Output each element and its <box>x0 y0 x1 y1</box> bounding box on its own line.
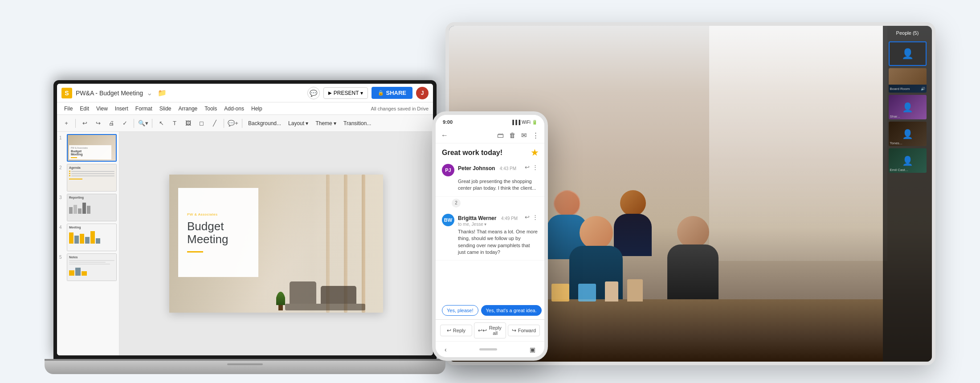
avatar-5-name: Emil Cast... <box>890 168 908 172</box>
people-avatar-3[interactable]: 👤 Shar... <box>889 95 927 119</box>
user-avatar[interactable]: J <box>416 87 429 99</box>
delete-icon[interactable]: 🗑 <box>509 131 516 139</box>
archive-icon[interactable]: 🗃 <box>497 131 504 139</box>
titlebar-controls: 💬 ▶ PRESENT ▾ 🔒 SHARE J <box>307 87 429 99</box>
save-status: All changes saved in Drive <box>371 106 429 111</box>
people-panel-header: People (5) <box>896 30 919 36</box>
status-icons: ▐▐▐ WiFi 🔋 <box>511 120 537 125</box>
msg-to-2: to me, Jesse ▾ <box>458 222 521 227</box>
slide-thumb-1[interactable]: 1 PW & Associates BudgetMeeting <box>59 134 117 162</box>
menu-edit[interactable]: Edit <box>77 105 92 113</box>
folder-icon[interactable]: 📁 <box>158 89 167 97</box>
email-messages-list[interactable]: PJ Peter Johnson 4:43 PM ↩ ⋮ Great job p… <box>436 159 544 302</box>
smart-reply-2[interactable]: Yes, that's a great idea. <box>481 305 542 316</box>
menu-tools[interactable]: Tools <box>202 105 220 113</box>
toolbar-background-btn[interactable]: Background... <box>245 118 284 129</box>
slides-titlebar: S PW&A - Budget Meeting ⌄ 📁 💬 ▶ PRESENT … <box>57 84 433 102</box>
phone-home-button[interactable] <box>479 348 497 350</box>
toolbar-layout-btn[interactable]: Layout ▾ <box>286 118 311 129</box>
toolbar-sep-1 <box>75 119 76 128</box>
smart-replies-bar: Yes, please! Yes, that's a great idea. I… <box>436 302 544 319</box>
menu-insert[interactable]: Insert <box>112 105 131 113</box>
toolbar-text-btn[interactable]: T <box>169 118 180 129</box>
slides-toolbar: + ↩ ↪ 🖨 ✓ 🔍▾ ↖ T 🖼 ◻ ╱ 💬+ <box>57 115 433 132</box>
wifi-icon: WiFi <box>522 120 531 125</box>
reply-quick-icon-2[interactable]: ↩ <box>525 214 530 220</box>
people-avatar-2[interactable]: Board Room 🔊 <box>889 68 927 93</box>
avatar-3-name: Shar... <box>890 114 900 118</box>
menu-help[interactable]: Help <box>249 105 265 113</box>
back-arrow-icon[interactable]: ← <box>441 131 448 139</box>
toolbar-zoom-btn[interactable]: 🔍▾ <box>137 118 149 129</box>
people-avatar-4[interactable]: 👤 Tones... <box>889 122 927 146</box>
menu-file[interactable]: File <box>61 105 75 113</box>
present-button[interactable]: ▶ PRESENT ▾ <box>323 87 368 99</box>
slide-canvas[interactable]: PW & Associates Budget Meeting <box>119 132 433 355</box>
toolbar-transition-btn[interactable]: Transition... <box>341 118 374 129</box>
phone-back-icon[interactable]: ‹ <box>445 346 447 353</box>
slide-thumb-5[interactable]: 5 Notes <box>59 253 117 281</box>
tablet-people-sidebar: People (5) 👤 Board Room 🔊 <box>883 26 932 362</box>
toolbar-add-btn[interactable]: + <box>61 118 72 129</box>
slide-thumb-4[interactable]: 4 Meeting <box>59 224 117 251</box>
more-msg-icon-2[interactable]: ⋮ <box>532 214 538 220</box>
more-msg-icon-1[interactable]: ⋮ <box>532 164 538 171</box>
slide-thumb-img-2[interactable]: Agenda <box>67 164 117 192</box>
toolbar-cursor-btn[interactable]: ↖ <box>155 118 167 129</box>
reply-all-button[interactable]: ↩↩ Reply all <box>474 322 506 338</box>
people-avatar-1[interactable]: 👤 <box>889 41 927 66</box>
phone-screen: 9:00 ▐▐▐ WiFi 🔋 ← 🗃 🗑 ✉ ⋮ <box>436 115 544 357</box>
phone-bottom-bar: ‹ ▣ <box>436 341 544 357</box>
play-icon: ▶ <box>328 90 332 95</box>
smart-reply-1[interactable]: Yes, please! <box>442 305 478 316</box>
share-button[interactable]: 🔒 SHARE <box>372 87 412 99</box>
email-message-1[interactable]: PJ Peter Johnson 4:43 PM ↩ ⋮ Great job p… <box>436 159 544 197</box>
menu-view[interactable]: View <box>94 105 110 113</box>
toolbar-image-btn[interactable]: 🖼 <box>182 118 194 129</box>
toolbar-redo-btn[interactable]: ↪ <box>92 118 104 129</box>
document-title[interactable]: PW&A - Budget Meeting <box>76 90 143 97</box>
toolbar-spellcheck-btn[interactable]: ✓ <box>119 118 131 129</box>
avatar-5-face: 👤 <box>902 155 913 166</box>
slide-thumb-img-1[interactable]: PW & Associates BudgetMeeting <box>67 134 117 162</box>
toolbar-theme-btn[interactable]: Theme ▾ <box>313 118 339 129</box>
menu-addons[interactable]: Add-ons <box>221 105 247 113</box>
toolbar-shapes-btn[interactable]: ◻ <box>196 118 207 129</box>
toolbar-comment-btn[interactable]: 💬+ <box>227 118 239 129</box>
toolbar-undo-btn[interactable]: ↩ <box>79 118 90 129</box>
reply-quick-icon-1[interactable]: ↩ <box>525 164 530 171</box>
board-room-icon: 🔊 <box>921 87 925 91</box>
reply-button[interactable]: ↩ Reply <box>440 325 472 336</box>
reply-icon: ↩ <box>447 327 451 334</box>
email-message-2[interactable]: BW Brigitta Werner 4:49 PM to me, Jesse … <box>436 209 544 261</box>
people-avatar-5[interactable]: 👤 Emil Cast... <box>889 148 927 173</box>
slide-thumb-3[interactable]: 3 Reporting <box>59 194 117 221</box>
collapsed-messages-indicator[interactable]: 2 <box>452 199 461 208</box>
laptop-screen: S PW&A - Budget Meeting ⌄ 📁 💬 ▶ PRESENT … <box>57 84 433 355</box>
chat-button[interactable]: 💬 <box>307 87 320 99</box>
star-icon[interactable]: ★ <box>531 148 538 158</box>
forward-button[interactable]: ↪ Forward <box>508 325 540 336</box>
menu-format[interactable]: Format <box>133 105 155 113</box>
msg-actions-2: ↩ ⋮ <box>525 214 538 220</box>
laptop-trackpad[interactable] <box>227 363 263 365</box>
email-icon[interactable]: ✉ <box>521 131 527 139</box>
slide-num-5: 5 <box>59 253 65 260</box>
email-header-actions: 🗃 🗑 ✉ ⋮ <box>497 131 539 139</box>
slide-thumb-img-3[interactable]: Reporting <box>67 194 117 221</box>
more-options-icon[interactable]: ⋮ <box>532 131 539 139</box>
slide-text-box: PW & Associates Budget Meeting <box>178 188 258 277</box>
avatar-2-label: Board Room <box>890 87 910 91</box>
slide-company-name: PW & Associates <box>187 212 249 216</box>
toolbar-print-btn[interactable]: 🖨 <box>106 118 117 129</box>
menu-arrange[interactable]: Arrange <box>176 105 200 113</box>
slide-thumb-img-5[interactable]: Notes <box>67 253 117 281</box>
toolbar-line-btn[interactable]: ╱ <box>209 118 220 129</box>
title-dropdown-icon[interactable]: ⌄ <box>147 89 152 97</box>
sender-name-2: Brigitta Werner <box>458 215 496 221</box>
slide-thumb-2[interactable]: 2 Agenda <box>59 164 117 192</box>
phone-recents-icon[interactable]: ▣ <box>530 346 535 353</box>
menu-slide[interactable]: Slide <box>157 105 174 113</box>
phone-outer: 9:00 ▐▐▐ WiFi 🔋 ← 🗃 🗑 ✉ ⋮ <box>432 111 548 361</box>
slide-thumb-img-4[interactable]: Meeting <box>67 224 117 251</box>
